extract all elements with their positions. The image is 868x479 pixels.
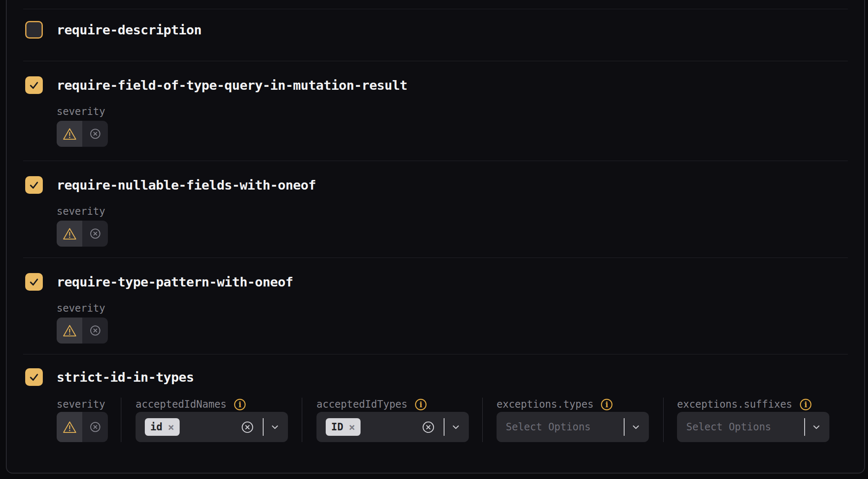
rule-row-strict-id-in-types: strict-id-in-types severity bbox=[23, 354, 848, 473]
select-exceptions-types[interactable]: Select Options bbox=[497, 412, 649, 442]
severity-toggle bbox=[57, 221, 108, 247]
separator bbox=[444, 418, 444, 436]
clear-icon[interactable] bbox=[241, 420, 254, 434]
warning-icon bbox=[63, 421, 77, 434]
rule-title: require-description bbox=[57, 22, 201, 37]
separator bbox=[624, 418, 625, 436]
checkmark-icon bbox=[29, 276, 39, 287]
warning-icon bbox=[63, 128, 77, 141]
field-exceptions-types: exceptions.types i Select Options bbox=[483, 398, 664, 442]
field-severity: severity bbox=[57, 398, 121, 442]
rule-title: strict-id-in-types bbox=[57, 370, 194, 385]
severity-warn-button[interactable] bbox=[57, 318, 82, 344]
tag-label: ID bbox=[331, 421, 343, 433]
checkmark-icon bbox=[29, 180, 39, 190]
severity-label: severity bbox=[57, 105, 848, 118]
rule-title: require-field-of-type-query-in-mutation-… bbox=[57, 78, 408, 93]
rule-title: require-nullable-fields-with-oneof bbox=[57, 177, 316, 193]
rule-row-require-description: require-description bbox=[23, 9, 848, 61]
severity-off-button[interactable] bbox=[82, 412, 108, 442]
rule-config: severity bbox=[57, 398, 848, 442]
clear-icon[interactable] bbox=[421, 420, 435, 434]
rule-title: require-type-pattern-with-oneof bbox=[57, 274, 293, 289]
field-label-text: exceptions.suffixes bbox=[677, 398, 792, 410]
multiselect-acceptedIdNames[interactable]: id × bbox=[136, 412, 288, 442]
tag-remove-icon[interactable]: × bbox=[168, 422, 174, 432]
separator bbox=[263, 418, 264, 436]
svg-text:i: i bbox=[238, 400, 241, 409]
rule-checkbox[interactable] bbox=[25, 76, 43, 94]
field-label-text: acceptedIdTypes bbox=[316, 398, 408, 410]
info-icon[interactable]: i bbox=[600, 398, 613, 411]
circle-x-icon bbox=[89, 127, 102, 141]
severity-label: severity bbox=[57, 398, 121, 411]
tag-remove-icon[interactable]: × bbox=[349, 422, 355, 432]
rule-row-require-field-of-type-query-in-mutation-result: require-field-of-type-query-in-mutation-… bbox=[23, 61, 848, 161]
select-placeholder: Select Options bbox=[686, 421, 771, 433]
field-label: exceptions.types i bbox=[497, 398, 663, 411]
severity-label: severity bbox=[57, 205, 848, 218]
multiselect-acceptedIdTypes[interactable]: ID × bbox=[316, 412, 469, 442]
field-acceptedIdNames: acceptedIdNames i id × bbox=[121, 398, 302, 442]
field-label: exceptions.suffixes i bbox=[677, 398, 848, 411]
info-icon[interactable]: i bbox=[233, 398, 246, 411]
chevron-down-icon[interactable] bbox=[630, 422, 641, 432]
tag-id: id × bbox=[145, 418, 180, 436]
info-icon[interactable]: i bbox=[799, 398, 812, 411]
warning-icon bbox=[63, 324, 77, 337]
tag-ID: ID × bbox=[326, 418, 361, 436]
rule-checkbox[interactable] bbox=[25, 273, 43, 291]
field-exceptions-suffixes: exceptions.suffixes i Select Options bbox=[664, 398, 848, 442]
field-acceptedIdTypes: acceptedIdTypes i ID × bbox=[302, 398, 483, 442]
rule-config: severity bbox=[57, 302, 848, 344]
rule-header: strict-id-in-types bbox=[23, 368, 848, 386]
checkmark-icon bbox=[29, 80, 39, 91]
svg-text:i: i bbox=[804, 400, 807, 409]
rule-config: severity bbox=[57, 205, 848, 247]
rule-checkbox[interactable] bbox=[25, 368, 43, 386]
field-label: acceptedIdNames i bbox=[136, 398, 302, 411]
field-label-text: exceptions.types bbox=[497, 398, 593, 410]
circle-x-icon bbox=[89, 420, 102, 434]
rule-row-require-type-pattern-with-oneof: require-type-pattern-with-oneof severity bbox=[23, 258, 848, 354]
rule-checkbox[interactable] bbox=[25, 176, 43, 194]
chevron-down-icon[interactable] bbox=[811, 422, 822, 432]
chevron-down-icon[interactable] bbox=[269, 422, 280, 432]
field-label: acceptedIdTypes i bbox=[316, 398, 482, 411]
rule-header: require-nullable-fields-with-oneof bbox=[23, 176, 848, 194]
severity-off-button[interactable] bbox=[82, 121, 108, 147]
circle-x-icon bbox=[89, 227, 102, 240]
severity-off-button[interactable] bbox=[82, 221, 108, 247]
select-placeholder: Select Options bbox=[506, 421, 591, 433]
field-label-text: acceptedIdNames bbox=[136, 398, 227, 410]
svg-text:i: i bbox=[419, 400, 422, 409]
severity-toggle bbox=[57, 121, 108, 147]
svg-text:i: i bbox=[605, 400, 608, 409]
lint-rules-card: require-description require-field-of-typ… bbox=[6, 0, 865, 474]
rule-header: require-field-of-type-query-in-mutation-… bbox=[23, 76, 848, 94]
rule-row-require-nullable-fields-with-oneof: require-nullable-fields-with-oneof sever… bbox=[23, 161, 848, 258]
severity-label: severity bbox=[57, 302, 848, 315]
severity-warn-button[interactable] bbox=[57, 121, 82, 147]
severity-toggle bbox=[57, 412, 108, 442]
separator bbox=[804, 418, 805, 436]
rule-header: require-description bbox=[23, 21, 848, 39]
severity-warn-button[interactable] bbox=[57, 221, 82, 247]
severity-off-button[interactable] bbox=[82, 318, 108, 344]
rule-config: severity bbox=[57, 105, 848, 147]
select-exceptions-suffixes[interactable]: Select Options bbox=[677, 412, 829, 442]
rule-checkbox[interactable] bbox=[25, 21, 43, 39]
rule-header: require-type-pattern-with-oneof bbox=[23, 273, 848, 291]
circle-x-icon bbox=[89, 324, 102, 337]
tag-label: id bbox=[150, 421, 162, 433]
checkmark-icon bbox=[29, 372, 39, 383]
severity-toggle bbox=[57, 318, 108, 344]
severity-warn-button[interactable] bbox=[57, 412, 82, 442]
chevron-down-icon[interactable] bbox=[450, 422, 461, 432]
warning-icon bbox=[63, 227, 77, 240]
info-icon[interactable]: i bbox=[414, 398, 427, 411]
